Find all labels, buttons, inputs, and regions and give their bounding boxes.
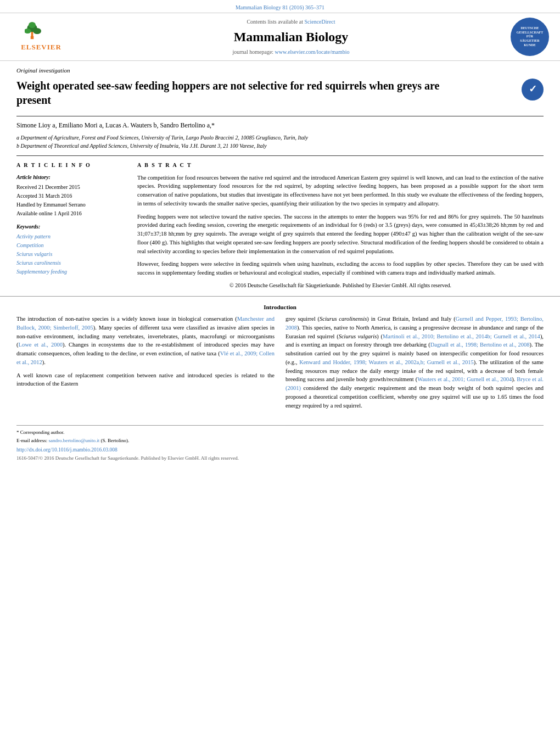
article-type: Original investigation [16,66,544,75]
keyword-2: Competition [16,242,126,249]
authors-line: Simone Lioy a, Emiliano Mori a, Lucas A.… [16,121,544,130]
journal-header: ELSEVIER Contents lists available at Sci… [0,13,560,61]
article-history-label: Article history: [16,174,126,181]
article-info-abstract: A R T I C L E I N F O Article history: R… [16,155,544,289]
doi-link[interactable]: http://dx.doi.org/10.1016/j.mambio.2016.… [16,447,117,453]
doi-line: http://dx.doi.org/10.1016/j.mambio.2016.… [16,447,544,454]
author-email-link[interactable]: sandro.bertolino@unito.it [48,438,99,443]
body-left-para-1: The introduction of non-native species i… [16,315,275,367]
svg-point-3 [33,28,41,34]
journal-title: Mammalian Biology [71,28,511,47]
crossmark-badge[interactable]: ✓ [522,79,544,101]
abstract-para-2: Feeding hoppers were not selective towar… [137,213,544,256]
abstract-section: A B S T R A C T The competition for food… [137,161,544,289]
article-title-row: Weight operated see-saw feeding hoppers … [16,79,544,116]
body-content: Introduction The introduction of non-nat… [0,303,560,467]
body-two-columns: The introduction of non-native species i… [16,315,544,414]
body-left-para-2: A well known case of replacement competi… [16,371,275,389]
journal-header-center: Contents lists available at ScienceDirec… [71,18,511,57]
corresponding-author-note: * Corresponding author. [16,429,544,436]
body-right-column: grey squirrel (Sciurus carolinensis) in … [285,315,544,414]
keyword-3: Sciurus vulgaris [16,250,126,258]
elsevier-logo: ELSEVIER [11,22,71,52]
abstract-title: A B S T R A C T [137,161,544,169]
affiliation-a: a Department of Agriculture, Forest and … [16,133,544,142]
gesellschaft-logo: DEUTSCHEGESELLSCHAFTFÜRSÄUGETIERKUNDE [511,18,549,56]
svg-point-2 [29,22,36,28]
affiliation-b: b Department of Theoretical and Applied … [16,142,544,150]
article-title: Weight operated see-saw feeding hoppers … [16,79,467,107]
history-online: Available online 1 April 2016 [16,210,126,217]
abstract-para-3: However, feeding hoppers were selective … [137,260,544,277]
article-content: Original investigation Weight operated s… [0,61,560,289]
copyright-notice: © 2016 Deutsche Gesellschaft für Säugeti… [137,282,544,289]
elsevier-tree-icon [25,22,58,41]
journal-homepage-link[interactable]: www.elsevier.com/locate/mambio [275,49,350,55]
journal-reference-bar: Mammalian Biology 81 (2016) 365–371 [0,0,560,13]
sciencedirect-link[interactable]: ScienceDirect [304,19,335,25]
history-accepted: Accepted 31 March 2016 [16,192,126,200]
keyword-1: Activity pattern [16,233,126,241]
email-footnote: E-mail address: sandro.bertolino@unito.i… [16,437,544,444]
journal-ref-text: Mammalian Biology 81 (2016) 365–371 [236,4,324,10]
affiliations: a Department of Agriculture, Forest and … [16,133,544,150]
elsevier-wordmark: ELSEVIER [21,42,61,52]
history-received: Received 21 December 2015 [16,183,126,191]
issn-line: 1616-5047/© 2016 Deutsche Gesellschaft f… [16,455,544,462]
intro-section-title: Introduction [16,303,544,311]
article-info-panel: A R T I C L E I N F O Article history: R… [16,161,126,289]
history-handled: Handled by Emmanuel Serrano [16,201,126,209]
keyword-4: Sciurus carolinensis [16,259,126,267]
abstract-para-1: The competition for food resources betwe… [137,174,544,208]
contents-available-line: Contents lists available at ScienceDirec… [71,18,511,26]
keywords-label: Keywords: [16,223,126,231]
body-left-column: The introduction of non-native species i… [16,315,275,414]
footnote-area: * Corresponding author. E-mail address: … [16,425,544,461]
svg-rect-5 [31,36,33,39]
keyword-5: Supplementary feeding [16,268,126,276]
journal-homepage-line: journal homepage: www.elsevier.com/locat… [71,48,511,56]
body-right-para-1: grey squirrel (Sciurus carolinensis) in … [285,315,544,410]
article-info-title: A R T I C L E I N F O [16,161,126,169]
